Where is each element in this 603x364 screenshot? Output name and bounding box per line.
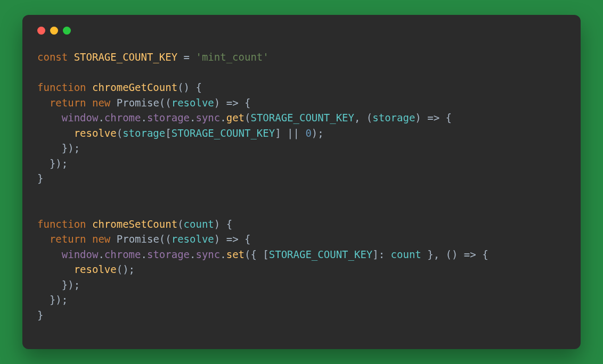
ref-count: count — [391, 249, 421, 260]
prop-chrome: chrome — [104, 112, 141, 123]
keyword-new: new — [92, 97, 110, 109]
class-promise: Promise — [117, 233, 159, 245]
code-line: window.chrome.storage.sync.set({ [STORAG… — [37, 249, 488, 260]
code-line: resolve(storage[STORAGE_COUNT_KEY] || 0)… — [37, 127, 324, 139]
keyword-function: function — [37, 81, 86, 93]
code-line: return new Promise((resolve) => { — [37, 97, 250, 109]
code-line: } — [37, 309, 43, 321]
arg-storage-key: STORAGE_COUNT_KEY — [250, 112, 354, 123]
keyword-return: return — [50, 233, 86, 245]
keyword-return: return — [50, 97, 86, 109]
code-line: resolve(); — [37, 263, 135, 275]
identifier-storage-key: STORAGE_COUNT_KEY — [74, 51, 177, 63]
prop-storage: storage — [147, 249, 190, 260]
minimize-icon[interactable] — [50, 27, 58, 35]
code-line: }); — [37, 294, 68, 305]
method-get: get — [226, 112, 245, 123]
ref-storage-key: STORAGE_COUNT_KEY — [269, 249, 372, 260]
window-titlebar — [37, 27, 566, 35]
code-line: function chromeSetCount(count) { — [37, 218, 232, 230]
param-storage: storage — [372, 112, 415, 123]
call-resolve: resolve — [74, 127, 117, 139]
function-name: chromeSetCount — [92, 218, 177, 230]
prop-window: window — [62, 249, 99, 260]
code-line: }); — [37, 142, 80, 154]
function-name: chromeGetCount — [92, 81, 177, 93]
prop-chrome: chrome — [104, 249, 141, 260]
prop-sync: sync — [195, 112, 220, 123]
prop-window: window — [62, 112, 99, 123]
keyword-function: function — [37, 218, 86, 230]
zoom-icon[interactable] — [63, 27, 71, 35]
param-resolve: resolve — [172, 233, 214, 245]
param-count: count — [184, 218, 214, 230]
code-line: }); — [37, 158, 68, 169]
ref-storage-key: STORAGE_COUNT_KEY — [172, 127, 275, 139]
method-set: set — [226, 249, 245, 260]
prop-storage: storage — [147, 112, 190, 123]
ref-storage: storage — [123, 127, 165, 139]
class-promise: Promise — [117, 97, 159, 109]
string-literal: 'mint_count' — [195, 51, 268, 63]
number-zero: 0 — [305, 127, 311, 139]
code-line: } — [37, 172, 43, 184]
code-block: const STORAGE_COUNT_KEY = 'mint_count' f… — [37, 49, 566, 322]
prop-sync: sync — [195, 249, 220, 260]
keyword-new: new — [92, 233, 110, 245]
call-resolve: resolve — [74, 263, 117, 275]
code-line: window.chrome.storage.sync.get(STORAGE_C… — [37, 112, 452, 123]
param-resolve: resolve — [172, 97, 214, 109]
code-window: const STORAGE_COUNT_KEY = 'mint_count' f… — [22, 15, 581, 349]
close-icon[interactable] — [37, 27, 45, 35]
code-line: }); — [37, 279, 80, 291]
code-line: function chromeGetCount() { — [37, 81, 202, 93]
code-line: return new Promise((resolve) => { — [37, 233, 250, 245]
keyword-const: const — [37, 51, 68, 63]
code-line: const STORAGE_COUNT_KEY = 'mint_count' — [37, 51, 269, 63]
